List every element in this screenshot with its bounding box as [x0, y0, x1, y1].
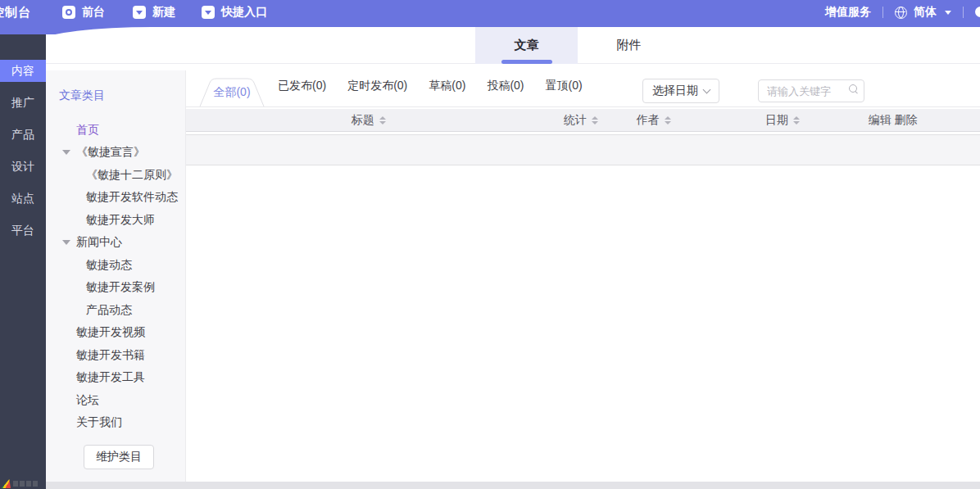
category-item-twelve-principles[interactable]: 《敏捷十二原则》: [59, 164, 185, 187]
nav-item-product[interactable]: 产品: [0, 124, 46, 146]
nav-item-platform[interactable]: 平台: [0, 220, 46, 242]
category-item-videos[interactable]: 敏捷开发视频: [59, 322, 185, 345]
chevron-down-icon: [703, 85, 711, 93]
header-tab-band: 文章 附件: [46, 27, 980, 64]
category-item-about-us[interactable]: 关于我们: [59, 412, 185, 435]
maintain-categories-button[interactable]: 维护类目: [84, 445, 154, 469]
menu-new[interactable]: 新建: [133, 5, 175, 20]
category-item-news-center[interactable]: 新闻中心: [59, 232, 185, 255]
category-item-product-news[interactable]: 产品动态: [59, 299, 185, 322]
nav-item-site[interactable]: 站点: [0, 188, 46, 210]
search-box: [758, 79, 864, 102]
category-item-home[interactable]: 首页: [59, 119, 185, 142]
value-added-services-link[interactable]: 增值服务: [825, 5, 871, 20]
menu-frontend[interactable]: 前台: [62, 5, 105, 20]
sort-icon[interactable]: [592, 116, 598, 125]
filter-row: 全部(0) 已发布(0) 定时发布(0) 草稿(0) 投稿(0) 置顶(0) 选…: [186, 65, 980, 107]
language-switcher[interactable]: 简体: [895, 5, 951, 20]
search-icon[interactable]: [849, 84, 857, 93]
menu-quick-entry[interactable]: 快捷入口: [202, 5, 267, 20]
caret-down-icon[interactable]: [62, 150, 70, 155]
filter-tab-submissions[interactable]: 投稿(0): [487, 79, 524, 93]
globe-icon: [895, 7, 907, 19]
column-stats[interactable]: 统计: [551, 113, 610, 128]
menu-new-label: 新建: [152, 5, 175, 20]
menu-quick-entry-label: 快捷入口: [221, 5, 267, 20]
bottom-strip: [46, 482, 980, 489]
caret-square-icon: [202, 6, 215, 19]
category-panel-title: 文章类目: [59, 88, 185, 103]
category-item-case-studies[interactable]: 敏捷开发案例: [59, 277, 185, 300]
caret-down-icon[interactable]: [62, 240, 70, 245]
category-item-agile-news[interactable]: 敏捷动态: [59, 254, 185, 277]
badge-text-illegible: [13, 481, 38, 487]
divider: [963, 7, 964, 18]
menu-frontend-label: 前台: [82, 5, 105, 20]
user-avatar[interactable]: [975, 6, 980, 19]
tab-articles[interactable]: 文章: [475, 27, 578, 64]
category-item-agile-manifesto[interactable]: 《敏捷宣言》: [59, 142, 185, 165]
column-actions: 编辑 删除: [869, 113, 980, 128]
filter-tab-scheduled[interactable]: 定时发布(0): [347, 79, 407, 93]
column-title-label: 标题: [352, 113, 374, 128]
console-brand: 控制台: [0, 5, 31, 20]
category-label: 新闻中心: [76, 235, 122, 250]
filter-tab-all[interactable]: 全部(0): [199, 78, 265, 106]
main-card: 文章 附件 文章类目 首页 《敏捷宣言》 《敏捷十二原则》 敏捷开发软件动态 敏…: [46, 27, 980, 489]
category-item-tools[interactable]: 敏捷开发工具: [59, 367, 185, 390]
language-label: 简体: [914, 5, 937, 20]
nav-item-promotion[interactable]: 推广: [0, 92, 46, 114]
category-item-books[interactable]: 敏捷开发书籍: [59, 344, 185, 367]
divider: [882, 7, 883, 18]
browser-extension-badge: [2, 479, 38, 488]
empty-table-row: [186, 134, 980, 165]
column-date[interactable]: 日期: [697, 113, 869, 128]
column-date-label: 日期: [765, 113, 788, 128]
filter-tab-drafts[interactable]: 草稿(0): [429, 79, 465, 93]
sort-icon[interactable]: [379, 116, 386, 125]
left-nav-rail: 内容 推广 产品 设计 站点 平台: [0, 34, 46, 489]
column-stats-label: 统计: [564, 113, 587, 128]
nav-item-content[interactable]: 内容: [0, 60, 46, 82]
sort-icon[interactable]: [665, 116, 671, 125]
eye-icon: [62, 6, 75, 19]
column-actions-label: 编辑 删除: [869, 113, 918, 128]
category-item-agile-masters[interactable]: 敏捷开发大师: [59, 209, 185, 232]
column-author-label: 作者: [637, 113, 660, 128]
nav-item-design[interactable]: 设计: [0, 156, 46, 178]
article-list-panel: 全部(0) 已发布(0) 定时发布(0) 草稿(0) 投稿(0) 置顶(0) 选…: [186, 65, 980, 489]
category-item-software-news[interactable]: 敏捷开发软件动态: [59, 187, 185, 210]
tab-attachments[interactable]: 附件: [578, 27, 680, 64]
column-author[interactable]: 作者: [610, 113, 696, 128]
category-label: 《敏捷宣言》: [76, 145, 145, 160]
category-panel: 文章类目 首页 《敏捷宣言》 《敏捷十二原则》 敏捷开发软件动态 敏捷开发大师 …: [46, 70, 186, 482]
caret-square-icon: [133, 6, 146, 19]
filter-tab-pinned[interactable]: 置顶(0): [546, 79, 583, 93]
column-title[interactable]: 标题: [186, 113, 551, 128]
filter-tab-all-label: 全部(0): [213, 85, 250, 100]
extension-icon: [2, 479, 11, 488]
select-date-button[interactable]: 选择日期: [642, 79, 719, 103]
category-item-forum[interactable]: 论坛: [59, 389, 185, 412]
filter-tab-published[interactable]: 已发布(0): [278, 79, 326, 93]
chevron-down-icon: [945, 11, 951, 15]
select-date-label: 选择日期: [652, 84, 698, 98]
table-header: 标题 统计 作者 日期 编辑 删除: [186, 109, 980, 132]
sort-icon[interactable]: [793, 116, 800, 125]
